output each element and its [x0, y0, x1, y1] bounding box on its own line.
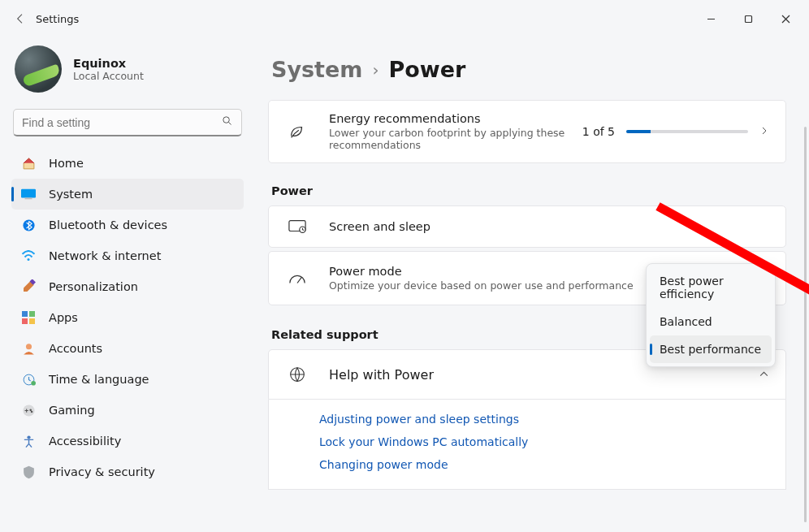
screen-and-sleep-row[interactable]: Screen and sleep	[268, 205, 786, 248]
account-subtitle: Local Account	[73, 70, 144, 82]
window-controls	[692, 5, 804, 32]
sidebar-item-bluetooth[interactable]: Bluetooth & devices	[11, 210, 244, 240]
sidebar-item-label: Accounts	[49, 342, 102, 355]
sidebar-item-label: System	[49, 188, 93, 201]
home-icon	[21, 156, 36, 171]
sidebar-item-home[interactable]: Home	[11, 148, 244, 179]
chevron-up-icon	[759, 367, 769, 383]
energy-recommendations-card[interactable]: Energy recommendations Lower your carbon…	[268, 100, 786, 163]
dropdown-option-balanced[interactable]: Balanced	[650, 308, 772, 335]
power-mode-title: Power mode	[329, 265, 634, 278]
energy-progress	[626, 130, 748, 133]
wifi-icon	[21, 249, 36, 263]
breadcrumb-parent[interactable]: System	[271, 57, 362, 82]
svg-line-5	[228, 122, 231, 124]
chevron-right-icon	[759, 125, 769, 138]
titlebar: Settings	[0, 0, 809, 37]
svg-point-18	[23, 404, 34, 416]
sidebar-item-label: Home	[49, 157, 84, 170]
dropdown-option-performance[interactable]: Best performance	[650, 335, 772, 363]
back-button[interactable]	[8, 6, 32, 31]
globe-icon	[285, 366, 309, 383]
window-title: Settings	[36, 13, 79, 25]
leaf-icon	[285, 123, 309, 141]
apps-icon	[21, 310, 36, 325]
svg-rect-13	[22, 318, 28, 324]
sidebar: Equinox Local Account Home System Blueto…	[0, 37, 253, 532]
help-links: Adjusting power and sleep settings Lock …	[268, 400, 786, 490]
energy-counter: 1 of 5	[582, 125, 615, 138]
svg-point-9	[28, 258, 30, 261]
close-button[interactable]	[767, 5, 804, 32]
sidebar-item-accounts[interactable]: Accounts	[11, 333, 244, 364]
power-section-label: Power	[271, 184, 786, 197]
svg-point-17	[31, 380, 36, 385]
sidebar-item-label: Network & internet	[49, 249, 161, 262]
search-input[interactable]	[13, 109, 242, 136]
account-header[interactable]: Equinox Local Account	[11, 41, 244, 107]
help-title: Help with Power	[329, 367, 434, 383]
help-link-adjusting[interactable]: Adjusting power and sleep settings	[319, 413, 769, 426]
bluetooth-icon	[21, 218, 36, 232]
sidebar-item-label: Gaming	[49, 404, 95, 417]
energy-title: Energy recommendations	[329, 112, 573, 125]
sidebar-item-privacy[interactable]: Privacy & security	[11, 456, 244, 487]
shield-icon	[21, 465, 36, 479]
sidebar-item-label: Bluetooth & devices	[49, 218, 167, 231]
sidebar-item-label: Apps	[49, 311, 78, 324]
svg-point-19	[27, 435, 30, 439]
brush-icon	[21, 279, 36, 294]
sidebar-item-apps[interactable]: Apps	[11, 302, 244, 333]
svg-rect-14	[29, 318, 35, 324]
avatar	[15, 45, 62, 93]
system-icon	[21, 187, 36, 201]
search-icon	[221, 115, 233, 130]
power-mode-subtitle: Optimize your device based on power use …	[329, 279, 634, 292]
svg-rect-12	[29, 311, 35, 317]
sidebar-item-label: Privacy & security	[49, 465, 155, 478]
clock-icon	[21, 372, 36, 387]
power-mode-dropdown[interactable]: Best power efficiency Balanced Best perf…	[646, 263, 776, 367]
screen-icon	[285, 219, 309, 234]
main-content: System › Power Energy recommendations Lo…	[253, 37, 809, 532]
chevron-right-icon: ›	[372, 60, 379, 80]
help-link-lock[interactable]: Lock your Windows PC automatically	[319, 435, 769, 448]
minimize-button[interactable]	[692, 5, 729, 32]
screen-sleep-title: Screen and sleep	[329, 220, 430, 233]
search-field[interactable]	[22, 116, 221, 129]
help-link-changing[interactable]: Changing power mode	[319, 458, 769, 471]
page-title: Power	[388, 57, 465, 82]
svg-rect-11	[22, 311, 28, 317]
gauge-icon	[285, 272, 309, 285]
svg-rect-1	[745, 15, 751, 22]
sidebar-item-label: Personalization	[49, 280, 138, 293]
sidebar-item-personalization[interactable]: Personalization	[11, 271, 244, 302]
sidebar-item-system[interactable]: System	[11, 179, 244, 210]
sidebar-item-label: Accessibility	[49, 435, 121, 448]
svg-point-4	[223, 117, 230, 123]
accessibility-icon	[21, 434, 36, 448]
nav: Home System Bluetooth & devices Network …	[11, 148, 244, 487]
gaming-icon	[21, 403, 36, 417]
svg-line-22	[297, 277, 302, 283]
maximize-button[interactable]	[729, 5, 767, 32]
sidebar-item-time[interactable]: Time & language	[11, 364, 244, 395]
sidebar-item-label: Time & language	[49, 373, 149, 386]
sidebar-item-accessibility[interactable]: Accessibility	[11, 426, 244, 456]
sidebar-item-network[interactable]: Network & internet	[11, 240, 244, 271]
svg-point-15	[25, 344, 31, 349]
dropdown-option-efficiency[interactable]: Best power efficiency	[650, 267, 772, 308]
sidebar-item-gaming[interactable]: Gaming	[11, 395, 244, 426]
energy-subtitle: Lower your carbon footprint by applying …	[329, 127, 573, 151]
person-icon	[21, 341, 36, 356]
account-name: Equinox	[73, 57, 144, 70]
breadcrumb: System › Power	[271, 57, 786, 82]
svg-rect-7	[25, 198, 32, 200]
svg-rect-6	[21, 189, 36, 198]
scrollbar[interactable]	[804, 127, 807, 522]
